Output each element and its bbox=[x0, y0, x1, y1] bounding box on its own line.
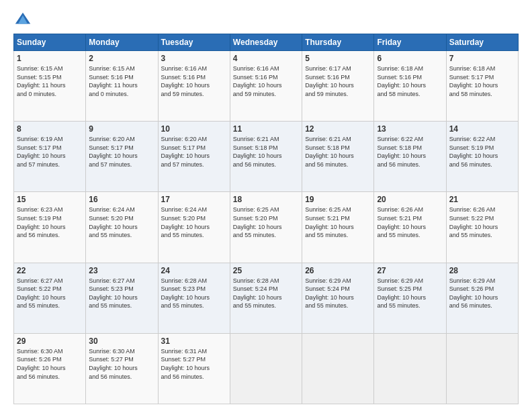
calendar-week-1: 1Sunrise: 6:15 AM Sunset: 5:15 PM Daylig… bbox=[14, 51, 519, 122]
day-info: Sunrise: 6:19 AM Sunset: 5:17 PM Dayligh… bbox=[17, 135, 83, 169]
day-info: Sunrise: 6:21 AM Sunset: 5:18 PM Dayligh… bbox=[305, 135, 371, 169]
day-number: 3 bbox=[161, 54, 227, 63]
header bbox=[13, 11, 519, 30]
calendar-cell: 9Sunrise: 6:20 AM Sunset: 5:17 PM Daylig… bbox=[86, 122, 158, 192]
day-info: Sunrise: 6:29 AM Sunset: 5:26 PM Dayligh… bbox=[449, 277, 515, 310]
day-number: 25 bbox=[233, 266, 299, 275]
calendar-cell: 4Sunrise: 6:16 AM Sunset: 5:16 PM Daylig… bbox=[230, 51, 302, 122]
calendar-header-tuesday: Tuesday bbox=[158, 34, 230, 51]
calendar-week-3: 15Sunrise: 6:23 AM Sunset: 5:19 PM Dayli… bbox=[14, 192, 519, 263]
day-number: 24 bbox=[161, 266, 227, 275]
day-number: 1 bbox=[17, 54, 83, 63]
day-number: 16 bbox=[89, 195, 154, 204]
calendar-cell bbox=[446, 333, 518, 404]
day-info: Sunrise: 6:29 AM Sunset: 5:24 PM Dayligh… bbox=[305, 277, 371, 310]
calendar-header-row: SundayMondayTuesdayWednesdayThursdayFrid… bbox=[14, 34, 519, 51]
logo bbox=[13, 11, 35, 30]
calendar-header-sunday: Sunday bbox=[14, 34, 86, 51]
day-info: Sunrise: 6:15 AM Sunset: 5:16 PM Dayligh… bbox=[89, 64, 154, 98]
calendar-cell: 10Sunrise: 6:20 AM Sunset: 5:17 PM Dayli… bbox=[158, 122, 230, 192]
calendar-cell: 30Sunrise: 6:30 AM Sunset: 5:27 PM Dayli… bbox=[86, 333, 158, 404]
day-number: 11 bbox=[233, 124, 299, 134]
day-number: 15 bbox=[17, 195, 83, 204]
page: SundayMondayTuesdayWednesdayThursdayFrid… bbox=[0, 0, 532, 411]
calendar-cell: 3Sunrise: 6:16 AM Sunset: 5:16 PM Daylig… bbox=[158, 51, 230, 122]
day-number: 5 bbox=[305, 54, 371, 63]
day-number: 14 bbox=[449, 124, 515, 134]
calendar-header-friday: Friday bbox=[374, 34, 446, 51]
day-info: Sunrise: 6:28 AM Sunset: 5:24 PM Dayligh… bbox=[233, 277, 299, 310]
calendar-cell: 7Sunrise: 6:18 AM Sunset: 5:17 PM Daylig… bbox=[446, 51, 518, 122]
day-number: 19 bbox=[305, 195, 371, 204]
day-info: Sunrise: 6:30 AM Sunset: 5:26 PM Dayligh… bbox=[17, 347, 83, 381]
calendar-cell: 29Sunrise: 6:30 AM Sunset: 5:26 PM Dayli… bbox=[14, 333, 86, 404]
day-number: 10 bbox=[161, 124, 227, 134]
calendar-cell: 24Sunrise: 6:28 AM Sunset: 5:23 PM Dayli… bbox=[158, 263, 230, 333]
day-number: 9 bbox=[89, 124, 154, 134]
day-info: Sunrise: 6:18 AM Sunset: 5:16 PM Dayligh… bbox=[377, 64, 443, 98]
day-number: 6 bbox=[377, 54, 443, 63]
calendar-cell: 31Sunrise: 6:31 AM Sunset: 5:27 PM Dayli… bbox=[158, 333, 230, 404]
day-number: 27 bbox=[377, 266, 443, 275]
day-info: Sunrise: 6:22 AM Sunset: 5:18 PM Dayligh… bbox=[377, 135, 443, 169]
day-number: 22 bbox=[17, 266, 83, 275]
calendar-cell: 26Sunrise: 6:29 AM Sunset: 5:24 PM Dayli… bbox=[302, 263, 374, 333]
day-info: Sunrise: 6:25 AM Sunset: 5:21 PM Dayligh… bbox=[305, 205, 371, 239]
calendar-cell: 25Sunrise: 6:28 AM Sunset: 5:24 PM Dayli… bbox=[230, 263, 302, 333]
day-number: 20 bbox=[377, 195, 443, 204]
day-info: Sunrise: 6:31 AM Sunset: 5:27 PM Dayligh… bbox=[161, 347, 227, 381]
calendar-week-2: 8Sunrise: 6:19 AM Sunset: 5:17 PM Daylig… bbox=[14, 122, 519, 192]
day-number: 4 bbox=[233, 54, 299, 63]
day-number: 17 bbox=[161, 195, 227, 204]
calendar-week-4: 22Sunrise: 6:27 AM Sunset: 5:22 PM Dayli… bbox=[14, 263, 519, 333]
calendar-header-wednesday: Wednesday bbox=[230, 34, 302, 51]
calendar-cell: 12Sunrise: 6:21 AM Sunset: 5:18 PM Dayli… bbox=[302, 122, 374, 192]
calendar-cell: 16Sunrise: 6:24 AM Sunset: 5:20 PM Dayli… bbox=[86, 192, 158, 263]
calendar-cell: 23Sunrise: 6:27 AM Sunset: 5:23 PM Dayli… bbox=[86, 263, 158, 333]
calendar-header-monday: Monday bbox=[86, 34, 158, 51]
calendar-cell: 14Sunrise: 6:22 AM Sunset: 5:19 PM Dayli… bbox=[446, 122, 518, 192]
day-info: Sunrise: 6:18 AM Sunset: 5:17 PM Dayligh… bbox=[449, 64, 515, 98]
day-number: 2 bbox=[89, 54, 154, 63]
day-info: Sunrise: 6:16 AM Sunset: 5:16 PM Dayligh… bbox=[233, 64, 299, 98]
calendar-header-saturday: Saturday bbox=[446, 34, 518, 51]
day-number: 26 bbox=[305, 266, 371, 275]
calendar-week-5: 29Sunrise: 6:30 AM Sunset: 5:26 PM Dayli… bbox=[14, 333, 519, 404]
day-info: Sunrise: 6:22 AM Sunset: 5:19 PM Dayligh… bbox=[449, 135, 515, 169]
day-info: Sunrise: 6:26 AM Sunset: 5:21 PM Dayligh… bbox=[377, 205, 443, 239]
calendar-cell: 22Sunrise: 6:27 AM Sunset: 5:22 PM Dayli… bbox=[14, 263, 86, 333]
day-info: Sunrise: 6:15 AM Sunset: 5:15 PM Dayligh… bbox=[17, 64, 83, 98]
calendar-cell: 13Sunrise: 6:22 AM Sunset: 5:18 PM Dayli… bbox=[374, 122, 446, 192]
day-info: Sunrise: 6:23 AM Sunset: 5:19 PM Dayligh… bbox=[17, 205, 83, 239]
calendar-cell bbox=[230, 333, 302, 404]
day-info: Sunrise: 6:26 AM Sunset: 5:22 PM Dayligh… bbox=[449, 205, 515, 239]
calendar-cell: 20Sunrise: 6:26 AM Sunset: 5:21 PM Dayli… bbox=[374, 192, 446, 263]
calendar-cell bbox=[302, 333, 374, 404]
calendar-cell: 19Sunrise: 6:25 AM Sunset: 5:21 PM Dayli… bbox=[302, 192, 374, 263]
day-info: Sunrise: 6:17 AM Sunset: 5:16 PM Dayligh… bbox=[305, 64, 371, 98]
day-number: 12 bbox=[305, 124, 371, 134]
calendar-cell: 5Sunrise: 6:17 AM Sunset: 5:16 PM Daylig… bbox=[302, 51, 374, 122]
calendar-cell: 18Sunrise: 6:25 AM Sunset: 5:20 PM Dayli… bbox=[230, 192, 302, 263]
calendar-header-thursday: Thursday bbox=[302, 34, 374, 51]
day-info: Sunrise: 6:21 AM Sunset: 5:18 PM Dayligh… bbox=[233, 135, 299, 169]
calendar-cell: 6Sunrise: 6:18 AM Sunset: 5:16 PM Daylig… bbox=[374, 51, 446, 122]
day-number: 28 bbox=[449, 266, 515, 275]
logo-icon bbox=[13, 11, 32, 30]
day-info: Sunrise: 6:27 AM Sunset: 5:23 PM Dayligh… bbox=[89, 277, 154, 310]
day-info: Sunrise: 6:28 AM Sunset: 5:23 PM Dayligh… bbox=[161, 277, 227, 310]
calendar-cell: 21Sunrise: 6:26 AM Sunset: 5:22 PM Dayli… bbox=[446, 192, 518, 263]
calendar-cell: 11Sunrise: 6:21 AM Sunset: 5:18 PM Dayli… bbox=[230, 122, 302, 192]
calendar-cell: 15Sunrise: 6:23 AM Sunset: 5:19 PM Dayli… bbox=[14, 192, 86, 263]
day-info: Sunrise: 6:30 AM Sunset: 5:27 PM Dayligh… bbox=[89, 347, 154, 381]
day-number: 7 bbox=[449, 54, 515, 63]
calendar-cell: 28Sunrise: 6:29 AM Sunset: 5:26 PM Dayli… bbox=[446, 263, 518, 333]
day-info: Sunrise: 6:24 AM Sunset: 5:20 PM Dayligh… bbox=[89, 205, 154, 239]
day-number: 30 bbox=[89, 336, 154, 346]
calendar-cell: 1Sunrise: 6:15 AM Sunset: 5:15 PM Daylig… bbox=[14, 51, 86, 122]
calendar-cell: 8Sunrise: 6:19 AM Sunset: 5:17 PM Daylig… bbox=[14, 122, 86, 192]
day-number: 31 bbox=[161, 336, 227, 346]
calendar-cell: 27Sunrise: 6:29 AM Sunset: 5:25 PM Dayli… bbox=[374, 263, 446, 333]
day-info: Sunrise: 6:20 AM Sunset: 5:17 PM Dayligh… bbox=[89, 135, 154, 169]
day-info: Sunrise: 6:27 AM Sunset: 5:22 PM Dayligh… bbox=[17, 277, 83, 310]
